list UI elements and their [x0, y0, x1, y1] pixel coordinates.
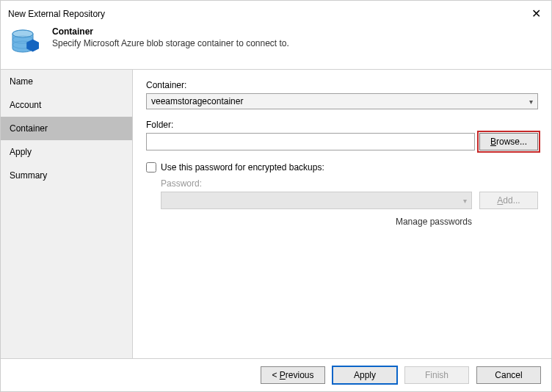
wizard-sidebar: Name Account Container Apply Summary [1, 70, 133, 358]
apply-button[interactable]: Apply [333, 366, 397, 384]
page-title: Container [52, 26, 289, 37]
encrypt-label: Use this password for encrypted backups: [161, 162, 324, 173]
page-description: Specify Microsoft Azure blob storage con… [52, 38, 289, 48]
chevron-down-icon: ▾ [462, 197, 468, 205]
sidebar-item-apply[interactable]: Apply [1, 140, 132, 164]
password-label: Password: [161, 178, 538, 189]
sidebar-item-summary[interactable]: Summary [1, 164, 132, 187]
svg-point-1 [12, 30, 33, 37]
folder-label: Folder: [146, 120, 538, 130]
container-value: veeamstoragecontainer [151, 96, 528, 106]
manage-passwords-link[interactable]: Manage passwords [161, 217, 538, 227]
container-icon [8, 25, 43, 60]
sidebar-item-account[interactable]: Account [1, 93, 132, 117]
encrypt-checkbox[interactable] [146, 162, 156, 173]
sidebar-item-name[interactable]: Name [1, 70, 132, 93]
window-title: New External Repository [8, 9, 105, 19]
container-label: Container: [146, 80, 538, 90]
chevron-down-icon: ▾ [528, 98, 534, 106]
browse-button[interactable]: Browse... [479, 133, 538, 150]
sidebar-item-container[interactable]: Container [1, 117, 132, 140]
finish-button: Finish [404, 366, 469, 384]
container-dropdown[interactable]: veeamstoragecontainer ▾ [146, 93, 538, 109]
add-password-button: Add... [479, 192, 538, 209]
cancel-button[interactable]: Cancel [476, 366, 541, 384]
folder-input[interactable] [146, 133, 475, 150]
close-icon[interactable]: ✕ [529, 7, 544, 21]
password-dropdown: ▾ [161, 192, 472, 209]
previous-button[interactable]: < Previous [261, 366, 325, 384]
